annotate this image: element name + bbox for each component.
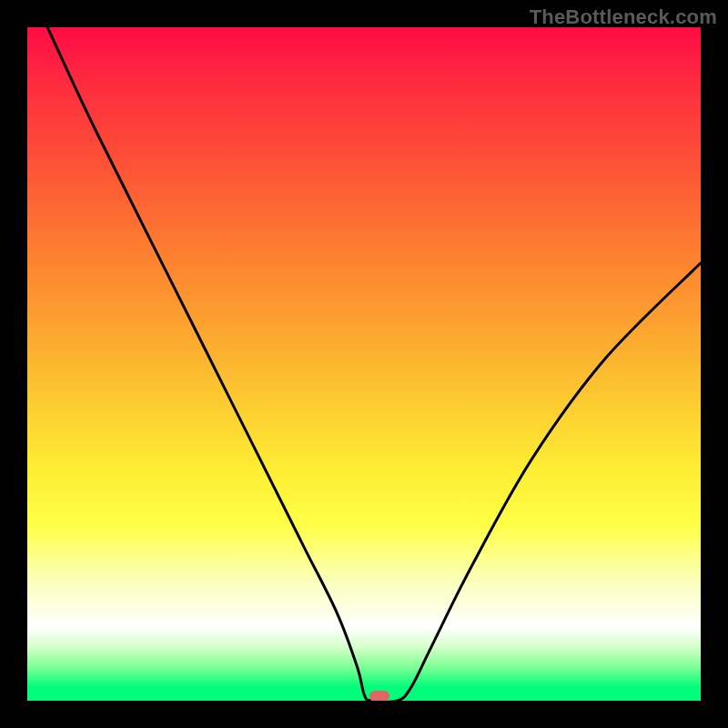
chart-frame: TheBottleneck.com [0, 0, 728, 728]
min-marker [369, 691, 389, 701]
watermark-text: TheBottleneck.com [530, 5, 717, 29]
plot-area [27, 27, 701, 701]
curve-svg [27, 27, 701, 701]
bottleneck-curve-path [47, 27, 701, 701]
